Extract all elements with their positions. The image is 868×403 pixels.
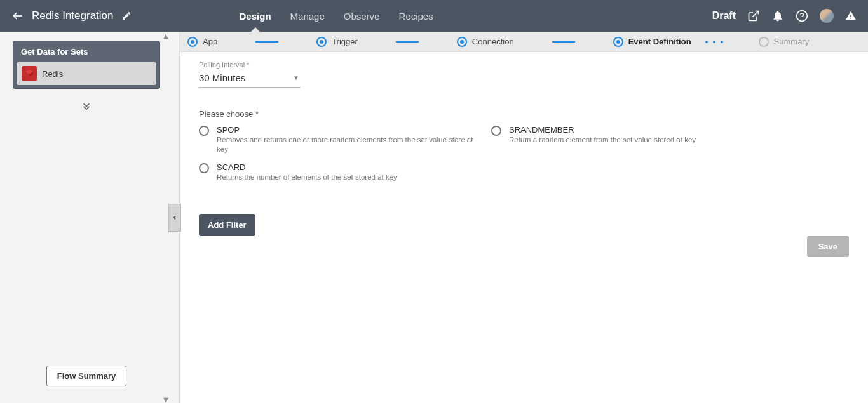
tab-recipes[interactable]: Recipes — [398, 0, 433, 32]
wizard-step-label: App — [203, 37, 217, 46]
radio-filled-icon — [316, 37, 327, 47]
option-spop[interactable]: SPOP Removes and returns one or more ran… — [199, 125, 478, 154]
collapse-sidebar-button[interactable] — [168, 204, 181, 232]
wizard-connector — [396, 41, 419, 43]
polling-interval-label: Polling Interval * — [199, 61, 849, 69]
flow-summary-button[interactable]: Flow Summary — [46, 366, 126, 386]
radio-empty-icon — [199, 126, 209, 136]
wizard-step-app[interactable]: App — [187, 37, 217, 47]
option-desc: Removes and returns one or more random e… — [217, 135, 478, 154]
radio-empty-icon — [759, 37, 769, 47]
please-choose-label: Please choose * — [199, 109, 849, 119]
scroll-up-icon[interactable]: ▴ — [163, 33, 168, 38]
wizard-stepper: App Trigger Connection Event Definition … — [180, 32, 868, 52]
main-panel: App Trigger Connection Event Definition … — [179, 32, 868, 403]
redis-icon — [22, 66, 37, 81]
polling-interval-value: 30 Minutes — [199, 72, 245, 83]
sidebar: Get Data for Sets Redis Flow Summary — [0, 32, 173, 403]
scroll-down-icon[interactable]: ▾ — [163, 397, 168, 402]
top-tabs: Design Manage Observe Recipes — [240, 0, 433, 32]
help-icon[interactable] — [796, 10, 808, 22]
open-external-icon[interactable] — [747, 10, 760, 22]
header-left: Redis Integration — [11, 10, 132, 22]
avatar[interactable] — [820, 9, 834, 23]
wizard-step-label: Summary — [774, 37, 810, 46]
svg-line-1 — [752, 11, 758, 17]
wizard-connector — [255, 41, 278, 43]
polling-interval-select[interactable]: 30 Minutes ▼ — [199, 70, 301, 88]
steps-panel-title: Get Data for Sets — [13, 41, 159, 62]
wizard-connector — [552, 41, 575, 43]
option-scard[interactable]: SCARD Returns the number of elements of … — [199, 162, 478, 182]
wizard-step-trigger[interactable]: Trigger — [316, 37, 358, 47]
option-desc: Return a random element from the set val… — [509, 135, 696, 145]
tab-manage[interactable]: Manage — [290, 0, 325, 32]
option-srandmember[interactable]: SRANDMEMBER Return a random element from… — [491, 125, 771, 154]
radio-filled-icon — [457, 37, 467, 47]
step-item-redis[interactable]: Redis — [17, 62, 156, 85]
option-title: SPOP — [217, 125, 478, 135]
add-filter-button[interactable]: Add Filter — [199, 214, 255, 236]
header-right: Draft — [712, 9, 857, 23]
bell-icon[interactable] — [771, 10, 784, 22]
sidebar-divider: ▴ ▾ — [173, 32, 179, 403]
warning-icon[interactable] — [845, 10, 857, 22]
radio-empty-icon — [199, 163, 209, 173]
tab-design[interactable]: Design — [240, 0, 271, 32]
expand-steps-icon[interactable] — [81, 100, 92, 114]
wizard-step-label: Connection — [472, 37, 514, 46]
save-button[interactable]: Save — [807, 236, 849, 257]
wizard-dots-icon — [705, 41, 723, 43]
wizard-step-label: Event Definition — [628, 37, 691, 46]
dropdown-caret-icon: ▼ — [293, 74, 299, 81]
option-desc: Returns the number of elements of the se… — [217, 173, 397, 182]
radio-filled-icon — [613, 37, 623, 47]
top-header: Redis Integration Design Manage Observe … — [0, 0, 868, 32]
form-content: Polling Interval * 30 Minutes ▼ Please c… — [180, 52, 868, 403]
option-title: SRANDMEMBER — [509, 125, 696, 135]
edit-title-icon[interactable] — [121, 11, 132, 21]
radio-empty-icon — [491, 126, 501, 136]
step-item-label: Redis — [42, 69, 63, 79]
tab-observe[interactable]: Observe — [344, 0, 380, 32]
command-radio-group: SPOP Removes and returns one or more ran… — [199, 125, 849, 182]
wizard-step-summary[interactable]: Summary — [759, 37, 810, 47]
back-arrow-icon[interactable] — [11, 10, 24, 22]
steps-panel: Get Data for Sets Redis — [13, 41, 160, 89]
wizard-step-event-definition[interactable]: Event Definition — [613, 37, 691, 47]
radio-filled-icon — [187, 37, 198, 47]
flow-title: Redis Integration — [32, 10, 114, 22]
status-badge: Draft — [712, 10, 736, 22]
wizard-step-connection[interactable]: Connection — [457, 37, 514, 47]
option-title: SCARD — [217, 162, 397, 173]
wizard-step-label: Trigger — [332, 37, 358, 46]
